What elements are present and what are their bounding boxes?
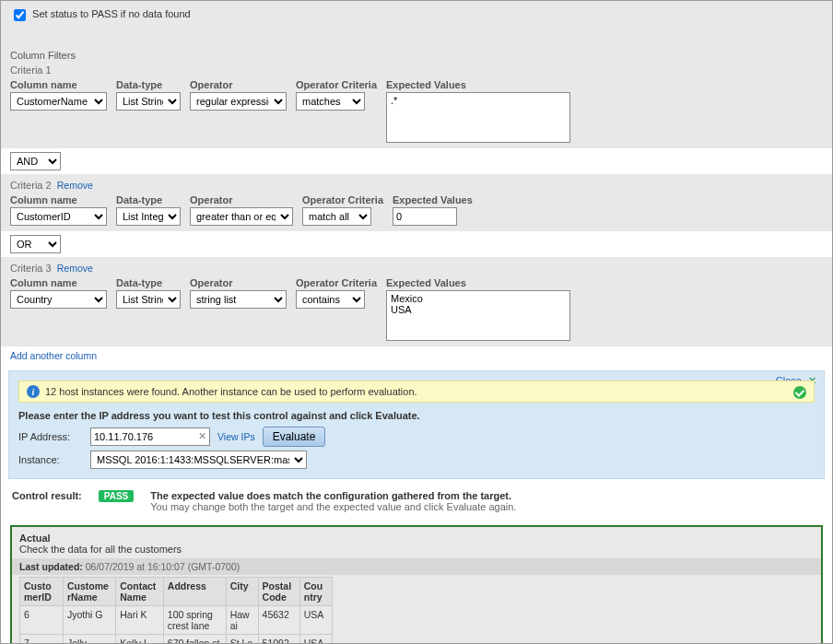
criteria1-operator-select[interactable]: regular expression list [190, 92, 287, 111]
evaluate-prompt: Please enter the IP address you want to … [18, 410, 815, 421]
criteria1-column-select[interactable]: CustomerName [10, 92, 107, 111]
c3-header-ev: Expected Values [386, 277, 570, 288]
pass-if-no-data-checkbox-label[interactable]: Set status to PASS if no data found [10, 8, 191, 19]
pass-if-no-data-checkbox[interactable] [14, 9, 26, 21]
table-header: PostalCode [258, 578, 299, 606]
pass-if-no-data-text: Set status to PASS if no data found [32, 8, 191, 19]
table-cell: 6 [20, 606, 64, 635]
actual-results-box: Actual Check the data for all the custom… [10, 525, 823, 644]
evaluate-button[interactable]: Evaluate [263, 427, 326, 447]
table-cell: 670 fallon st [163, 635, 226, 645]
c3-header-oc: Operator Criteria [296, 277, 377, 288]
criteria2-dtype-select[interactable]: List Integer [116, 207, 181, 226]
table-cell: Hari K [116, 606, 164, 635]
criteria1-opcrit-select[interactable]: matches [296, 92, 365, 111]
c2-header-dtype: Data-type [116, 194, 181, 205]
criteria-3-title: Criteria 3 [10, 263, 52, 274]
table-header: City [226, 578, 258, 606]
column-filters-heading: Column Filters [10, 50, 823, 61]
criteria3-column-select[interactable]: Country [10, 290, 107, 309]
result-line2: You may change both the target and the e… [150, 501, 516, 512]
instance-notice: i 12 host instances were found. Another … [18, 381, 815, 403]
table-row: 7JollyKelly L670 fallon stSt.Lewis51092U… [20, 635, 333, 645]
criteria3-operator-select[interactable]: string list [190, 290, 287, 309]
actual-heading: Actual [19, 533, 814, 544]
table-cell: 51092 [258, 635, 299, 645]
c2-header-ev: Expected Values [393, 194, 473, 205]
criteria1-dtype-select[interactable]: List String [116, 92, 181, 111]
criteria2-remove-link[interactable]: Remove [57, 180, 93, 191]
table-row: 6Jyothi GHari K100 spring crest laneHawa… [20, 606, 333, 635]
c2-header-oc: Operator Criteria [302, 194, 383, 205]
last-updated-label: Last updated: [19, 561, 83, 572]
table-cell: USA [299, 606, 332, 635]
ip-address-label: IP Address: [18, 431, 83, 442]
table-cell: 7 [20, 635, 64, 645]
table-cell: Hawai [226, 606, 258, 635]
table-header: ContactName [116, 578, 164, 606]
check-icon [793, 386, 806, 399]
ip-address-input[interactable] [90, 427, 210, 446]
conjunction-2-select[interactable]: OR [10, 235, 61, 253]
criteria2-opcrit-select[interactable]: match all [302, 207, 371, 226]
table-cell: 100 spring crest lane [163, 606, 226, 635]
table-cell: Jolly [63, 635, 115, 645]
instance-label: Instance: [18, 454, 83, 465]
result-line1: The expected value does match the config… [150, 490, 516, 501]
criteria2-expected-input[interactable] [393, 207, 457, 226]
table-cell: St.Lewis [226, 635, 258, 645]
table-cell: Kelly L [116, 635, 164, 645]
conjunction-1-select[interactable]: AND [10, 152, 61, 170]
clear-input-icon[interactable]: ✕ [198, 430, 206, 442]
last-updated-value: 06/07/2019 at 16:10:07 (GMT-0700) [86, 561, 241, 572]
table-header: CustomerName [63, 578, 115, 606]
criteria2-column-select[interactable]: CustomerID [10, 207, 107, 226]
table-header: Address [163, 578, 226, 606]
c3-header-column: Column name [10, 277, 107, 288]
col-header-column-name: Column name [10, 79, 107, 90]
c3-header-dtype: Data-type [116, 277, 181, 288]
c2-header-column: Column name [10, 194, 107, 205]
criteria3-expected-textarea[interactable] [386, 290, 570, 341]
criteria-1-title: Criteria 1 [10, 64, 823, 76]
results-table: CustomerIDCustomerNameContactNameAddress… [19, 577, 333, 644]
add-another-column-link[interactable]: Add another column [10, 350, 97, 361]
table-cell: 45632 [258, 606, 299, 635]
criteria3-dtype-select[interactable]: List String [116, 290, 181, 309]
criteria1-expected-textarea[interactable] [386, 92, 570, 143]
c2-header-op: Operator [190, 194, 293, 205]
col-header-expected: Expected Values [386, 79, 570, 90]
table-header: CustomerID [20, 578, 64, 606]
control-result-label: Control result: [12, 490, 82, 501]
table-header: Country [299, 578, 332, 606]
criteria2-operator-select[interactable]: greater than or equal to [190, 207, 293, 226]
notice-text: 12 host instances were found. Another in… [45, 386, 417, 397]
table-cell: USA [299, 635, 332, 645]
view-ips-link[interactable]: View IPs [217, 431, 255, 442]
pass-badge: PASS [99, 490, 135, 502]
col-header-operator: Operator [190, 79, 287, 90]
evaluation-panel: Close ✕ i 12 host instances were found. … [8, 370, 825, 479]
col-header-data-type: Data-type [116, 79, 181, 90]
col-header-operator-criteria: Operator Criteria [296, 79, 377, 90]
criteria3-remove-link[interactable]: Remove [57, 263, 93, 274]
info-icon: i [27, 385, 40, 398]
instance-select[interactable]: MSSQL 2016:1:1433:MSSQLSERVER:master [90, 451, 307, 469]
c3-header-op: Operator [190, 277, 287, 288]
actual-subheading: Check the data for all the customers [19, 544, 814, 555]
criteria3-opcrit-select[interactable]: contains [296, 290, 365, 309]
criteria-2-title: Criteria 2 [10, 180, 52, 191]
table-cell: Jyothi G [63, 606, 115, 635]
